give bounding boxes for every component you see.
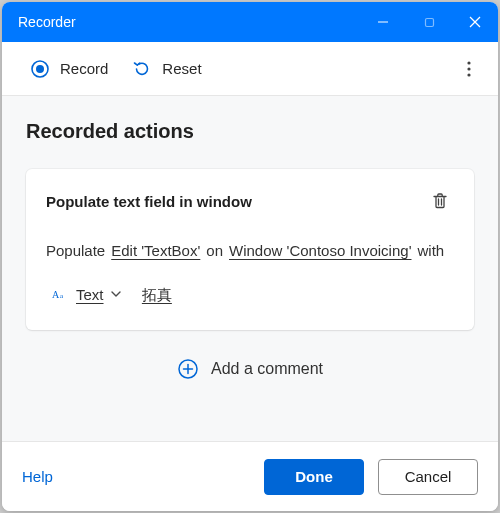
close-button[interactable] — [452, 2, 498, 42]
action-preposition: on — [206, 235, 223, 267]
trash-icon — [431, 192, 449, 210]
maximize-button[interactable] — [406, 2, 452, 42]
title-bar: Recorder — [2, 2, 498, 42]
record-icon — [30, 59, 50, 79]
window-title: Recorder — [18, 14, 360, 30]
svg-point-6 — [467, 61, 470, 64]
chevron-down-icon — [110, 288, 122, 300]
add-comment-button[interactable]: Add a comment — [26, 358, 474, 380]
card-header: Populate text field in window — [46, 187, 454, 215]
record-button[interactable]: Record — [18, 53, 120, 85]
svg-rect-1 — [425, 18, 433, 26]
recorder-window: Recorder Record Reset — [2, 2, 498, 511]
minimize-icon — [377, 16, 389, 28]
action-card[interactable]: Populate text field in window Populate E… — [26, 169, 474, 330]
more-vertical-icon — [467, 61, 471, 77]
reset-label: Reset — [162, 60, 201, 77]
close-icon — [469, 16, 481, 28]
reset-button[interactable]: Reset — [120, 53, 213, 85]
reset-icon — [132, 59, 152, 79]
action-verb: Populate — [46, 235, 105, 267]
action-target-element[interactable]: Edit 'TextBox' — [111, 235, 200, 267]
value-type-selector[interactable]: A a Text — [52, 279, 122, 311]
more-options-button[interactable] — [452, 52, 486, 86]
action-value[interactable]: 拓真 — [142, 279, 172, 311]
minimize-button[interactable] — [360, 2, 406, 42]
maximize-icon — [424, 17, 435, 28]
content-area: Recorded actions Populate text field in … — [2, 96, 498, 441]
svg-text:a: a — [60, 292, 64, 300]
toolbar: Record Reset — [2, 42, 498, 96]
cancel-button[interactable]: Cancel — [378, 459, 478, 495]
plus-circle-icon — [177, 358, 199, 380]
delete-action-button[interactable] — [426, 187, 454, 215]
window-controls — [360, 2, 498, 42]
value-type-label: Text — [76, 279, 104, 311]
card-body: Populate Edit 'TextBox' on Window 'Conto… — [46, 235, 454, 310]
svg-text:A: A — [52, 289, 60, 300]
svg-point-5 — [36, 65, 44, 73]
record-label: Record — [60, 60, 108, 77]
add-comment-label: Add a comment — [211, 360, 323, 378]
card-title: Populate text field in window — [46, 193, 252, 210]
text-type-icon: A a — [52, 285, 70, 303]
svg-point-8 — [467, 73, 470, 76]
action-suffix: with — [418, 235, 445, 267]
done-button[interactable]: Done — [264, 459, 364, 495]
help-link[interactable]: Help — [22, 468, 53, 485]
section-heading: Recorded actions — [26, 120, 474, 143]
footer: Help Done Cancel — [2, 441, 498, 511]
svg-point-7 — [467, 67, 470, 70]
action-target-window[interactable]: Window 'Contoso Invoicing' — [229, 235, 411, 267]
